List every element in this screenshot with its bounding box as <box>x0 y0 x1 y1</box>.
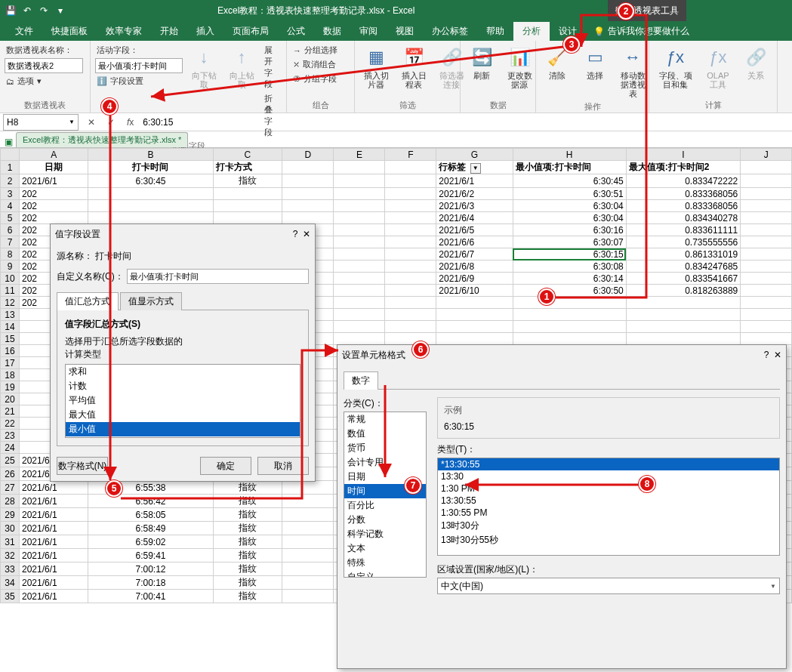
relations-icon: 🔗 <box>744 45 768 69</box>
pivot-name-input[interactable] <box>5 58 83 73</box>
custom-name-input[interactable] <box>127 269 309 284</box>
number-format-button[interactable]: 数字格式(N) <box>57 457 108 475</box>
insert-timeline-button[interactable]: 📅插入日程表 <box>397 44 430 91</box>
type-list[interactable]: *13:30:5513:301:30 PM13:30:551:30:55 PM1… <box>437 458 780 556</box>
callout-5: 5 <box>106 480 122 497</box>
olap-button: ƒxOLAP 工具 <box>701 44 735 91</box>
tab-review[interactable]: 审阅 <box>350 22 387 41</box>
number-tab[interactable]: 数字 <box>344 371 378 390</box>
chevron-down-icon: ▼ <box>69 119 75 125</box>
source-name-label: 源名称： <box>57 251 93 261</box>
accept-formula-icon[interactable]: ✓ <box>101 117 121 128</box>
close-icon[interactable]: ✕ <box>303 229 310 239</box>
group-field: ⑦ 分组字段 <box>291 72 338 85</box>
help-icon[interactable]: ? <box>764 350 769 360</box>
refresh-button[interactable]: 🔄刷新 <box>465 44 498 82</box>
ok-button[interactable]: 确定 <box>200 457 251 475</box>
excel-icon: ▣ <box>5 137 13 147</box>
group-calc-label: 计算 <box>654 98 772 111</box>
tab-quick[interactable]: 快捷面板 <box>42 22 97 41</box>
field-settings-button[interactable]: ℹ️字段设置 <box>95 75 183 88</box>
close-icon[interactable]: ✕ <box>774 350 781 360</box>
select-all[interactable] <box>1 149 20 161</box>
col-I[interactable]: I <box>626 149 740 161</box>
col-B[interactable]: B <box>88 149 213 161</box>
dlg2-title: 设置单元格格式 <box>342 349 405 362</box>
active-field-input[interactable] <box>95 58 183 73</box>
source-name-value: 打卡时间 <box>95 251 131 261</box>
col-H[interactable]: H <box>513 149 626 161</box>
ungroup: ⤫ 取消组合 <box>291 58 337 71</box>
summarize-tab[interactable]: 值汇总方式 <box>57 292 119 310</box>
move-icon: ↔ <box>621 45 645 69</box>
undo-icon[interactable]: ↶ <box>21 5 33 17</box>
calc-type-label: 计算类型 <box>65 348 300 361</box>
tab-efficiency[interactable]: 效率专家 <box>97 22 151 41</box>
sheet-tab[interactable]: Excel教程：透视表快速整理考勤记录.xlsx * <box>16 132 188 147</box>
locale-combo[interactable]: 中文(中国)▼ <box>437 578 780 594</box>
collapse-field: 折叠字段 <box>263 92 282 139</box>
options-button[interactable]: 🗂选项 ▾ <box>5 75 43 88</box>
col-J[interactable]: J <box>741 149 792 161</box>
custom-name-label: 自定义名称(C)： <box>57 270 124 283</box>
sample-value: 6:30:15 <box>444 421 773 432</box>
group-selection: → 分组选择 <box>291 44 339 57</box>
show-values-tab[interactable]: 值显示方式 <box>120 292 182 310</box>
tab-home[interactable]: 开始 <box>151 22 187 41</box>
change-source-button[interactable]: 📊更改数据源 <box>503 44 536 91</box>
redo-icon[interactable]: ↷ <box>38 5 50 17</box>
category-label: 分类(C)： <box>344 397 427 410</box>
category-list[interactable]: 常规数值货币会计专用日期时间百分比分数科学记数文本特殊自定义 <box>344 412 427 578</box>
group-filter-label: 筛选 <box>359 98 455 111</box>
group-combine-label: 组合 <box>291 98 350 111</box>
tab-pagelayout[interactable]: 页面布局 <box>223 22 278 41</box>
method-label: 值字段汇总方式(S) <box>65 318 300 331</box>
tab-view[interactable]: 视图 <box>387 22 423 41</box>
tab-data[interactable]: 数据 <box>314 22 350 41</box>
col-E[interactable]: E <box>334 149 385 161</box>
drill-up-button: ↑向上钻取 <box>225 44 258 91</box>
timeline-icon: 📅 <box>402 45 426 69</box>
cancel-button[interactable]: 取消 <box>257 457 309 475</box>
callout-4: 4 <box>101 98 118 115</box>
filter-conn-button: 🔗筛选器连接 <box>435 44 468 91</box>
move-pivot-button[interactable]: ↔移动数据透视表 <box>616 44 649 100</box>
help-icon[interactable]: ? <box>293 229 298 239</box>
qat-dropdown-icon[interactable]: ▾ <box>54 5 66 17</box>
cancel-formula-icon[interactable]: ✕ <box>82 117 101 128</box>
col-D[interactable]: D <box>282 149 334 161</box>
callout-3: 3 <box>563 36 580 53</box>
workbook-tabs: ▣ Excel教程：透视表快速整理考勤记录.xlsx * <box>0 131 792 148</box>
col-A[interactable]: A <box>19 149 88 161</box>
change-source-icon: 📊 <box>507 45 532 69</box>
fields-button[interactable]: ƒx字段、项目和集 <box>654 44 697 91</box>
calc-type-list[interactable]: 求和计数平均值最大值最小值乘积 <box>65 364 300 438</box>
bulb-icon: 💡 <box>593 26 605 37</box>
tab-office[interactable]: 办公标签 <box>423 22 477 41</box>
name-box[interactable]: H8▼ <box>3 114 79 131</box>
filter-conn-icon: 🔗 <box>439 45 464 69</box>
window-title: Excel教程：透视表快速整理考勤记录.xlsx - Excel <box>217 5 414 17</box>
col-F[interactable]: F <box>385 149 436 161</box>
format-cells-dialog: 设置单元格格式 ? ✕ 数字 分类(C)： 常规数值货币会计专用日期时间百分比分… <box>337 344 787 669</box>
fx-icon[interactable]: fx <box>121 117 140 128</box>
tab-help[interactable]: 帮助 <box>477 22 513 41</box>
formula-input[interactable]: 6:30:15 <box>140 117 792 128</box>
tab-formula[interactable]: 公式 <box>278 22 314 41</box>
callout-6: 6 <box>412 341 429 358</box>
tab-file[interactable]: 文件 <box>6 22 42 41</box>
dlg1-title: 值字段设置 <box>55 228 100 241</box>
pivot-name-label: 数据透视表名称： <box>5 44 74 57</box>
select-button[interactable]: ▭选择 <box>578 44 612 82</box>
callout-2: 2 <box>618 3 634 20</box>
col-C[interactable]: C <box>213 149 282 161</box>
olap-icon: ƒx <box>706 45 730 69</box>
insert-slicer-button[interactable]: ▦插入切片器 <box>359 44 393 91</box>
tab-analyze[interactable]: 分析 <box>513 22 550 41</box>
sample-label: 示例 <box>444 404 773 417</box>
save-icon[interactable]: 💾 <box>5 5 17 17</box>
group-pivot-label: 数据透视表 <box>5 98 85 111</box>
tab-insert[interactable]: 插入 <box>187 22 223 41</box>
tell-me[interactable]: 💡告诉我你想要做什么 <box>586 22 697 41</box>
col-G[interactable]: G <box>436 149 513 161</box>
